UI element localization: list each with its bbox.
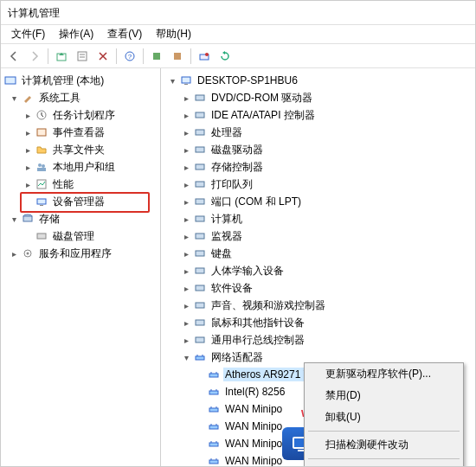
expand-icon[interactable]: ▸ [180,161,192,173]
expand-icon[interactable]: ▾ [8,213,20,225]
tree-device-manager[interactable]: 设备管理器 [1,193,160,210]
tool-button-2[interactable] [168,47,187,66]
expand-icon[interactable]: ▸ [180,282,192,294]
category-item[interactable]: ▸打印队列 [161,176,475,193]
category-item[interactable]: ▸通用串行总线控制器 [161,331,475,349]
device-category-icon [193,281,207,295]
svg-rect-47 [209,391,218,394]
tree-disk-mgmt[interactable]: 磁盘管理 [1,227,160,245]
ctx-scan[interactable]: 扫描检测硬件改动 [305,434,463,456]
category-item[interactable]: ▸监视器 [161,227,475,245]
back-button[interactable] [4,47,23,66]
expand-icon[interactable]: ▸ [180,213,192,225]
disk-icon [35,229,48,243]
device-category-icon [193,195,207,208]
expand-icon[interactable]: ▸ [180,317,192,329]
expand-icon[interactable]: ▸ [22,144,34,156]
expand-icon[interactable]: ▸ [22,161,34,173]
tree-storage[interactable]: ▾ 存储 [1,210,160,227]
device-category-icon [193,298,207,312]
tool-button-1[interactable] [147,47,166,66]
tree-root[interactable]: 计算机管理 (本地) [1,72,160,89]
category-item[interactable]: ▸IDE ATA/ATAPI 控制器 [161,106,475,124]
ctx-disable[interactable]: 禁用(D) [305,385,463,406]
tree-services[interactable]: ▸ 服务和应用程序 [1,245,160,262]
category-label: 键盘 [209,246,234,262]
expand-icon[interactable]: ▸ [180,126,192,138]
ctx-uninstall[interactable]: 卸载(U) [305,406,463,428]
tree-local-users[interactable]: ▸ 本地用户和组 [1,158,160,176]
ctx-update-driver[interactable]: 更新驱动程序软件(P)... [305,363,463,385]
svg-rect-24 [182,77,190,83]
category-item[interactable]: ▸人体学输入设备 [161,262,475,279]
expand-icon[interactable]: ▸ [8,247,20,259]
ctx-properties[interactable]: 属性(R) [305,462,463,466]
expand-icon[interactable]: ▸ [180,195,192,208]
category-item[interactable]: ▸存储控制器 [161,158,475,176]
category-item[interactable]: ▸软件设备 [161,279,475,297]
expand-icon[interactable]: ▸ [22,109,34,121]
tree-system-tools[interactable]: ▾ 系统工具 [1,89,160,106]
category-item[interactable]: ▸磁盘驱动器 [161,141,475,158]
expand-icon[interactable]: ▸ [180,299,192,311]
device-root[interactable]: ▾ DESKTOP-SP1HBU6 [161,72,475,89]
device-category-icon [193,160,207,174]
expand-icon[interactable]: ▸ [180,247,192,259]
title-text: 计算机管理 [8,7,60,19]
expand-icon[interactable]: ▾ [166,74,178,86]
device-category-icon [193,125,207,139]
svg-rect-38 [196,303,204,308]
menu-view[interactable]: 查看(V) [100,25,149,43]
delete-button[interactable] [93,47,113,66]
category-item[interactable]: ▸键盘 [161,245,475,262]
category-label: DVD/CD-ROM 驱动器 [209,90,314,106]
expand-icon[interactable]: ▸ [180,265,192,277]
expand-icon[interactable]: ▾ [8,92,20,104]
category-label: 磁盘驱动器 [209,142,265,158]
properties-button[interactable] [73,47,92,66]
category-item[interactable]: ▸端口 (COM 和 LPT) [161,193,475,210]
svg-rect-28 [196,130,204,135]
tree-event-viewer[interactable]: ▸ 事件查看器 [1,124,160,141]
tree-task-scheduler[interactable]: ▸ 任务计划程序 [1,106,160,124]
svg-rect-15 [37,168,46,171]
adapter-label: WAN Minipo [223,437,284,451]
toolbar: ? [1,44,475,68]
category-label: 监视器 [209,228,244,245]
expand-icon[interactable]: ▸ [180,144,192,156]
category-item[interactable]: ▸DVD/CD-ROM 驱动器 [161,89,475,106]
menu-help[interactable]: 帮助(H) [149,25,198,43]
tree-performance[interactable]: ▸ 性能 [1,176,160,193]
adapter-label: WAN Minipo [223,454,284,466]
refresh-button[interactable] [215,47,235,66]
category-item[interactable]: ▸处理器 [161,124,475,141]
category-item[interactable]: ▸计算机 [161,210,475,227]
expand-icon[interactable]: ▾ [180,351,192,363]
expand-icon[interactable]: ▸ [180,92,192,104]
up-button[interactable] [52,47,71,66]
expand-icon[interactable]: ▸ [180,334,192,346]
category-item[interactable]: ▸鼠标和其他指针设备 [161,314,475,331]
scan-button[interactable] [195,47,214,66]
help-button[interactable]: ? [120,47,139,66]
expand-icon[interactable]: ▸ [180,230,192,242]
category-label: 处理器 [209,125,244,141]
menu-separator [308,458,460,459]
services-icon [21,246,35,260]
expand-icon[interactable]: ▸ [22,178,34,190]
expand-icon[interactable]: ▸ [22,126,34,138]
svg-rect-25 [184,84,188,85]
computer-icon [179,74,193,87]
device-category-icon [193,91,207,105]
expand-icon[interactable]: ▸ [180,178,192,190]
menu-action[interactable]: 操作(A) [52,25,100,43]
svg-rect-34 [196,234,204,239]
category-item[interactable]: ▸声音、视频和游戏控制器 [161,297,475,314]
svg-rect-7 [174,53,181,60]
device-icon [35,195,48,208]
menu-file[interactable]: 文件(F) [4,25,52,43]
category-label: 通用串行总线控制器 [209,332,306,349]
tree-shared-folders[interactable]: ▸ 共享文件夹 [1,141,160,158]
forward-button[interactable] [25,47,44,66]
expand-icon[interactable]: ▸ [180,109,192,121]
